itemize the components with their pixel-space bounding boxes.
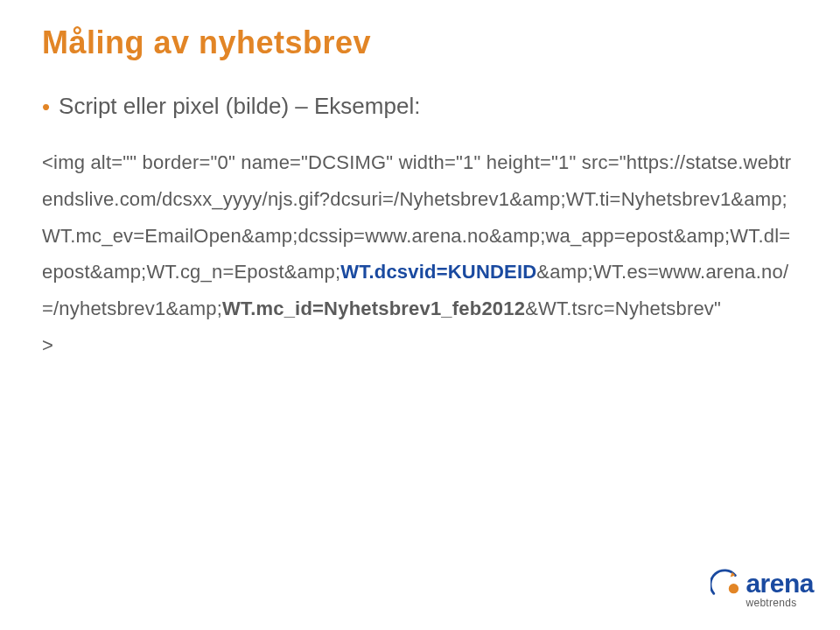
brand-sub: webtrends [746, 597, 796, 609]
code-block: <img alt="" border="0" name="DCSIMG" wid… [42, 144, 798, 364]
code-closing: > [42, 327, 798, 364]
svg-point-0 [729, 584, 738, 593]
brand-text: arena webtrends [746, 571, 814, 609]
code-plain-3: &WT.tsrc=Nyhetsbrev" [525, 298, 721, 319]
arena-logo-icon [710, 569, 740, 598]
brand-name: arena [746, 571, 814, 595]
brand-logo: arena webtrends [710, 569, 814, 609]
slide: Måling av nyhetsbrev • Script eller pixe… [0, 0, 840, 630]
code-bold-1: WT.dcsvid=KUNDEID [340, 261, 536, 283]
content-area: • Script eller pixel (bilde) – Eksempel:… [42, 93, 798, 364]
bullet-text: Script eller pixel (bilde) – Eksempel: [59, 93, 420, 120]
slide-title: Måling av nyhetsbrev [42, 24, 798, 61]
bullet-marker: • [42, 95, 50, 118]
code-bold-2: WT.mc_id=Nyhetsbrev1_feb2012 [222, 298, 525, 319]
bullet-item: • Script eller pixel (bilde) – Eksempel: [42, 93, 798, 120]
